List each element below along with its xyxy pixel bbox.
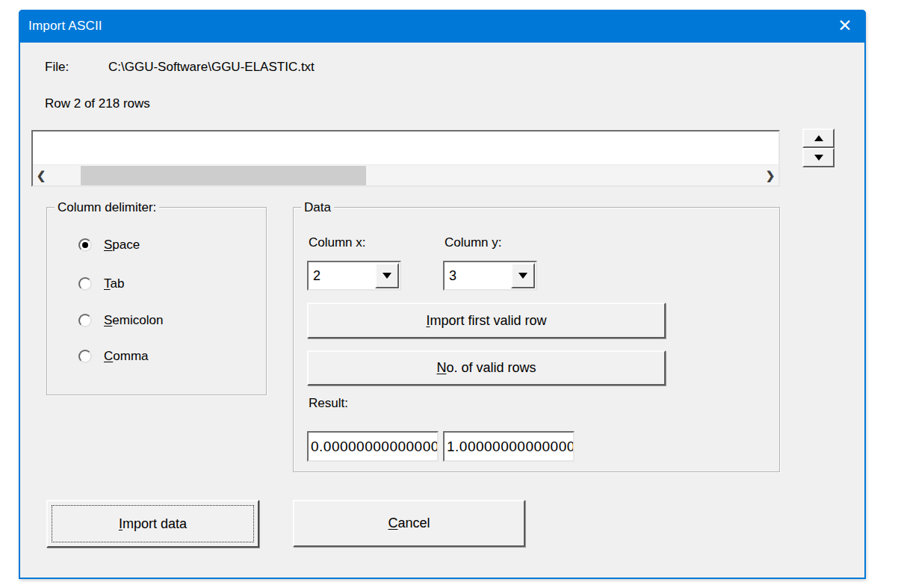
column-delimiter-group: Column delimiter: Space Tab Semicolon Co…: [46, 207, 267, 395]
no-of-valid-rows-button[interactable]: No. of valid rows: [307, 350, 666, 386]
file-label: File:: [45, 60, 69, 75]
button-label: Import data: [119, 516, 187, 532]
horizontal-scrollbar[interactable]: ❮ ❯: [33, 164, 778, 185]
result-label: Result:: [309, 396, 348, 411]
data-group-title: Data: [301, 200, 334, 215]
row-counter: Row 2 of 218 rows: [45, 96, 150, 111]
radio-label: Comma: [104, 349, 149, 364]
chevron-down-icon: [518, 273, 527, 279]
column-y-label: Column y:: [445, 235, 502, 250]
button-label: No. of valid rows: [436, 360, 536, 376]
radio-icon[interactable]: [78, 314, 92, 327]
radio-option-comma[interactable]: Comma: [78, 347, 149, 365]
dialog-title: Import ASCII: [19, 19, 102, 34]
radio-option-space[interactable]: Space: [78, 236, 140, 254]
cancel-button[interactable]: Cancel: [293, 500, 525, 547]
spin-up-button[interactable]: [802, 129, 835, 148]
result-y-field[interactable]: 1.000000000000000: [443, 431, 575, 462]
row-preview-box[interactable]: 000000000E+0000 1.00000000000000E+0001 0…: [31, 130, 780, 187]
radio-label: Semicolon: [104, 313, 163, 328]
result-x-field[interactable]: 0.000000000000000: [307, 431, 439, 462]
column-x-select[interactable]: 2: [307, 261, 401, 291]
close-icon[interactable]: ✕: [826, 10, 864, 41]
column-delimiter-group-title: Column delimiter:: [55, 200, 159, 215]
title-bar[interactable]: Import ASCII ✕: [19, 10, 866, 43]
chevron-down-icon: [383, 273, 391, 279]
import-first-valid-row-button[interactable]: Import first valid row: [307, 303, 666, 338]
radio-icon[interactable]: [78, 238, 92, 252]
button-label: Cancel: [388, 516, 430, 531]
spin-down-button[interactable]: [802, 148, 835, 167]
column-y-value: 3: [449, 262, 456, 289]
file-path: C:\GGU-Software\GGU-ELASTIC.txt: [108, 60, 315, 75]
dropdown-button[interactable]: [511, 263, 535, 288]
column-y-select[interactable]: 3: [443, 261, 537, 291]
column-x-label: Column x:: [309, 235, 366, 250]
radio-option-semicolon[interactable]: Semicolon: [78, 312, 163, 329]
row-spinner: [802, 129, 835, 167]
dropdown-button[interactable]: [375, 263, 399, 288]
row-preview-text[interactable]: 000000000E+0000 1.00000000000000E+0001 0…: [33, 131, 778, 163]
radio-icon[interactable]: [78, 350, 92, 363]
data-group: Data Column x: Column y: 2 3 Import firs…: [293, 207, 780, 472]
column-x-value: 2: [313, 262, 321, 289]
scroll-left-icon[interactable]: ❮: [33, 165, 49, 186]
scrollbar-thumb[interactable]: [81, 166, 366, 185]
button-label: Import first valid row: [426, 313, 546, 329]
arrow-up-icon: [814, 135, 823, 141]
arrow-down-icon: [814, 155, 823, 161]
radio-option-tab[interactable]: Tab: [78, 275, 124, 293]
radio-icon[interactable]: [78, 277, 92, 291]
radio-label: Space: [104, 238, 140, 253]
import-ascii-dialog: Import ASCII ✕ File: C:\GGU-Software\GGU…: [19, 10, 866, 579]
import-data-button[interactable]: Import data: [46, 500, 259, 548]
radio-label: Tab: [104, 276, 124, 291]
scroll-right-icon[interactable]: ❯: [762, 165, 778, 186]
